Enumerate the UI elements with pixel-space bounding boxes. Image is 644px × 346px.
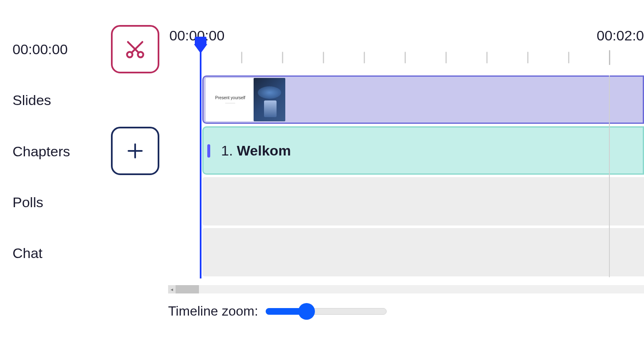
timeline-ruler[interactable] bbox=[200, 49, 644, 66]
chapters-track[interactable]: 1. Welkom bbox=[202, 126, 644, 175]
current-time-label: 00:00:00 bbox=[13, 24, 68, 74]
slides-track[interactable]: Present yourself ———— bbox=[202, 75, 644, 124]
chapter-clip-handle[interactable] bbox=[207, 144, 210, 158]
row-label-slides: Slides bbox=[13, 75, 51, 125]
row-label-polls: Polls bbox=[13, 177, 43, 227]
scissors-icon bbox=[124, 38, 146, 60]
plus-icon bbox=[125, 141, 145, 161]
ruler-time-end: 00:02:0 bbox=[597, 28, 644, 44]
timeline-area: 00:00:00 00:02:0 Present yourself ———— 1… bbox=[167, 0, 644, 346]
zoom-slider[interactable] bbox=[266, 305, 387, 318]
playhead[interactable] bbox=[200, 45, 201, 278]
playhead-handle-icon bbox=[194, 44, 207, 53]
scrollbar-left-button[interactable]: ◄ bbox=[168, 285, 176, 293]
slide-thumb-subtitle: ———— bbox=[225, 102, 235, 104]
zoom-control: Timeline zoom: bbox=[168, 303, 387, 319]
slide-thumbnail-2[interactable] bbox=[254, 78, 285, 121]
row-label-chapters: Chapters bbox=[13, 126, 70, 176]
chat-track[interactable] bbox=[202, 228, 644, 276]
polls-track[interactable] bbox=[202, 177, 644, 226]
slider-thumb[interactable] bbox=[298, 303, 315, 320]
slide-thumb-title: Present yourself bbox=[215, 95, 245, 100]
slide-thumbnail-1[interactable]: Present yourself ———— bbox=[206, 78, 255, 121]
zoom-label: Timeline zoom: bbox=[168, 303, 258, 319]
ruler-major-divider bbox=[609, 75, 610, 277]
chapter-title: 1. Welkom bbox=[221, 143, 291, 159]
row-label-chat: Chat bbox=[13, 228, 43, 278]
horizontal-scrollbar[interactable]: ◄ bbox=[168, 285, 644, 293]
scrollbar-thumb[interactable] bbox=[176, 285, 199, 293]
add-chapter-button[interactable] bbox=[111, 127, 159, 175]
cut-button[interactable] bbox=[111, 25, 159, 73]
